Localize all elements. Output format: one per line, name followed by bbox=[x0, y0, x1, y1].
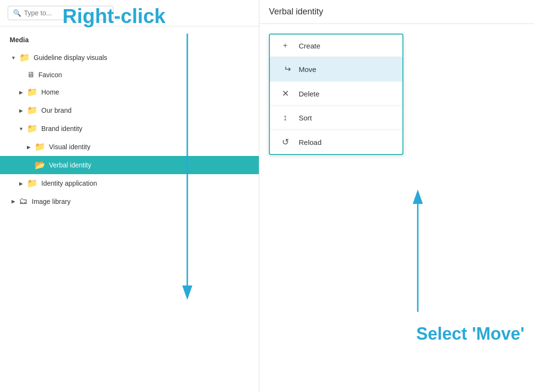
tree-item-identity-app[interactable]: 📁 Identity application bbox=[0, 174, 259, 192]
move-label: Move bbox=[299, 65, 316, 73]
create-label: Create bbox=[299, 42, 320, 50]
right-panel: Verbal identity + Create ↵ Move ✕ Delete… bbox=[259, 0, 534, 392]
reload-icon: ↺ bbox=[279, 137, 291, 147]
create-icon: + bbox=[279, 41, 291, 50]
reload-label: Reload bbox=[299, 138, 322, 146]
menu-item-reload[interactable]: ↺ Reload bbox=[270, 130, 402, 154]
folder-icon-guideline: 📁 bbox=[19, 52, 30, 63]
media-section-label: Media bbox=[0, 26, 259, 48]
arrow-image-library bbox=[10, 199, 17, 204]
tree-item-image-library[interactable]: 🗂 Image library bbox=[0, 192, 259, 210]
label-identity-app: Identity application bbox=[41, 179, 97, 187]
label-home: Home bbox=[41, 88, 59, 96]
right-header: Verbal identity bbox=[259, 0, 534, 24]
search-wrapper: 🔍 bbox=[8, 6, 113, 20]
sort-label: Sort bbox=[299, 114, 312, 122]
main-layout: 🔍 Media 📁 Guideline display visuals 🖥 Fa… bbox=[0, 0, 534, 392]
folder-icon-home: 📁 bbox=[27, 87, 37, 97]
arrow-identity-app bbox=[17, 181, 25, 186]
folder-icon-verbal-identity: 📂 bbox=[35, 160, 45, 170]
delete-icon: ✕ bbox=[279, 88, 291, 99]
label-verbal-identity: Verbal identity bbox=[49, 161, 91, 169]
tree-item-our-brand[interactable]: 📁 Our brand bbox=[0, 101, 259, 119]
left-panel: 🔍 Media 📁 Guideline display visuals 🖥 Fa… bbox=[0, 0, 259, 392]
menu-item-delete[interactable]: ✕ Delete bbox=[270, 82, 402, 106]
search-input[interactable] bbox=[24, 9, 101, 17]
folder-icon-brand-identity: 📁 bbox=[27, 123, 37, 134]
menu-item-create[interactable]: + Create bbox=[270, 35, 402, 57]
arrow-our-brand bbox=[17, 108, 25, 113]
arrow-visual-identity bbox=[25, 144, 33, 150]
context-menu: + Create ↵ Move ✕ Delete ↕ Sort ↺ Reload bbox=[269, 34, 403, 155]
delete-label: Delete bbox=[299, 90, 319, 98]
folder-icon-image-library: 🗂 bbox=[19, 196, 28, 206]
label-visual-identity: Visual identity bbox=[49, 143, 90, 151]
label-guideline: Guideline display visuals bbox=[34, 54, 107, 61]
move-icon: ↵ bbox=[279, 64, 291, 74]
tree-container: 📁 Guideline display visuals 🖥 Favicon 📁 … bbox=[0, 48, 259, 392]
tree-item-brand-identity[interactable]: 📁 Brand identity bbox=[0, 119, 259, 138]
arrow-guideline bbox=[10, 55, 17, 60]
arrow-home bbox=[17, 90, 25, 95]
tree-item-visual-identity[interactable]: 📁 Visual identity bbox=[0, 138, 259, 156]
sort-icon: ↕ bbox=[279, 113, 291, 123]
tree-item-home[interactable]: 📁 Home bbox=[0, 83, 259, 101]
label-brand-identity: Brand identity bbox=[41, 125, 83, 132]
folder-icon-identity-app: 📁 bbox=[27, 178, 37, 189]
search-icon: 🔍 bbox=[13, 9, 21, 17]
tree-item-guideline[interactable]: 📁 Guideline display visuals bbox=[0, 48, 259, 67]
folder-icon-our-brand: 📁 bbox=[27, 105, 37, 116]
label-favicon: Favicon bbox=[38, 71, 62, 79]
file-icon-favicon: 🖥 bbox=[27, 71, 35, 79]
menu-item-move[interactable]: ↵ Move bbox=[270, 57, 402, 82]
label-our-brand: Our brand bbox=[41, 107, 72, 114]
arrow-brand-identity bbox=[17, 126, 25, 131]
tree-item-favicon[interactable]: 🖥 Favicon bbox=[0, 67, 259, 83]
tree-item-verbal-identity[interactable]: 📂 Verbal identity bbox=[0, 156, 259, 174]
label-image-library: Image library bbox=[32, 198, 71, 205]
folder-icon-visual-identity: 📁 bbox=[35, 142, 45, 152]
search-bar: 🔍 bbox=[0, 0, 259, 26]
menu-item-sort[interactable]: ↕ Sort bbox=[270, 106, 402, 130]
